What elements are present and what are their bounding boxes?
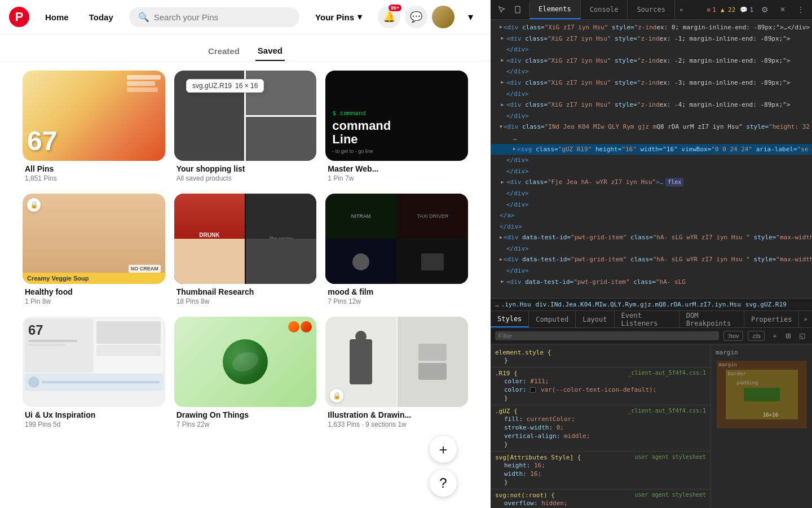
dom-line-selected[interactable]: ▶ <svg class="gUZ R19" height="16" width… [491, 144, 812, 155]
tab-saved[interactable]: Saved [255, 41, 285, 61]
add-style-button[interactable]: ＋ [769, 330, 780, 341]
dom-line[interactable]: </div> [491, 155, 812, 166]
tree-toggle[interactable]: ▶ [500, 80, 505, 86]
dom-line[interactable]: ▶ <div class="XiG zI7 iyn Hsu" style="z-… [491, 55, 812, 67]
styles-filter-input[interactable] [495, 331, 719, 340]
pin-card[interactable]: 🔒 Illustration & Drawin... 1,633 Pins · … [325, 317, 468, 431]
dom-line[interactable]: </div> [491, 221, 812, 233]
css-property[interactable]: vertical-align: middle; [495, 432, 706, 440]
css-property[interactable]: } [495, 356, 706, 365]
dom-line[interactable]: </div> [491, 199, 812, 211]
tree-toggle[interactable]: ▼ [500, 124, 502, 130]
devtools-tabs: Elements Console Sources » [529, 0, 688, 19]
tree-toggle[interactable]: ▶ [500, 36, 505, 41]
devtools-panel: Elements Console Sources » ⊘ 1 ▲ 22 💬 1 … [491, 0, 812, 508]
search-input[interactable] [154, 12, 290, 22]
dom-line[interactable]: ▶ <div data-test-id="pwt-grid-item" clas… [491, 232, 812, 243]
pin-card[interactable]: 🔒 DRUNKPARASITE film poster Thumbnail Re… [174, 194, 317, 308]
device-toggle-button[interactable] [511, 3, 524, 16]
breadcrumb-item[interactable]: .iyn.Hsu [501, 301, 531, 308]
pin-subtitle: 1,851 Pins [25, 174, 163, 182]
dom-line[interactable]: … [491, 133, 812, 144]
css-property[interactable]: width: 16; [495, 470, 706, 478]
more-bottom-tabs[interactable]: » [799, 316, 812, 323]
pin-card[interactable]: $ command commandLine - to get to - go l… [325, 71, 468, 185]
dom-line[interactable]: ▶ <div class="XiG zI7 iyn Hsu" style="z-… [491, 33, 812, 45]
tab-styles[interactable]: Styles [491, 311, 529, 327]
today-nav-link[interactable]: Today [80, 8, 122, 27]
dom-line[interactable]: ▶ <div class="XiG zI7 iyn Hsu" style="z-… [491, 22, 812, 33]
pin-card[interactable]: 67 All Pins 1,851 Pins [23, 71, 165, 185]
styles-left: element.style { } .R19 { _client-aut_5f4… [491, 344, 710, 508]
more-options-button[interactable]: ⋮ [794, 3, 807, 16]
avatar[interactable] [432, 6, 454, 28]
css-property[interactable]: } [495, 394, 706, 402]
dom-line[interactable]: </a> [491, 210, 812, 221]
tree-toggle[interactable]: ▶ [500, 235, 502, 240]
dom-line[interactable]: ▶ <div data-test-id="pwt-grid-item" clas… [491, 254, 812, 265]
dom-line[interactable]: </div> [491, 89, 812, 100]
dom-line[interactable]: ▶ <div data-test-id="pwt-grid-item" clas… [491, 277, 812, 288]
tree-toggle[interactable]: ▶ [500, 25, 502, 30]
pin-card[interactable]: 67 Ui & Ux Inspiration 199 P [23, 317, 165, 431]
tree-toggle[interactable]: ▶ [500, 257, 502, 262]
add-button[interactable]: ＋ [430, 436, 457, 463]
tab-properties[interactable]: Properties [744, 311, 799, 327]
tab-console[interactable]: Console [581, 0, 628, 19]
cls-button[interactable]: .cls [748, 331, 765, 341]
dom-line[interactable]: </div> [491, 44, 812, 55]
tree-toggle[interactable]: ▶ [500, 58, 505, 64]
pinterest-logo[interactable]: P [9, 7, 29, 27]
style-icon-2[interactable]: ◱ [796, 330, 807, 341]
pin-card[interactable]: 🔒 Creamy Veggie Soup NO CREAM Healthy fo… [23, 194, 165, 308]
tree-toggle[interactable]: ▶ [500, 102, 505, 108]
tree-toggle[interactable]: ▶ [500, 279, 505, 284]
css-property[interactable]: } [495, 478, 706, 487]
dom-line[interactable]: ▶ <div class="Fje Jea hA- wYR zI7 iyn Hs… [491, 177, 812, 188]
dom-line[interactable]: ▼ <div class="INd Jea K04 MIw QLY Rym gj… [491, 121, 812, 133]
css-property[interactable]: overflow: hidden; [495, 499, 706, 507]
color-chip[interactable] [530, 387, 536, 393]
tab-event-listeners[interactable]: Event Listeners [615, 311, 679, 327]
pin-info: Illustration & Drawin... 1,633 Pins · 9 … [325, 407, 468, 431]
more-tabs-button[interactable]: » [675, 0, 688, 19]
hover-state-button[interactable]: :hov [723, 331, 743, 341]
css-property[interactable]: height: 16; [495, 461, 706, 470]
notifications-button[interactable]: 🔔 99+ [378, 6, 400, 28]
tree-toggle[interactable]: ▶ [513, 146, 516, 152]
close-button[interactable]: ✕ [776, 3, 789, 16]
dom-line[interactable]: </div> [491, 243, 812, 255]
tab-created[interactable]: Created [206, 41, 242, 61]
dom-line[interactable]: </div> [491, 188, 812, 199]
css-property[interactable]: fill: currentColor; [495, 415, 706, 423]
dom-line[interactable]: </div> [491, 166, 812, 177]
tab-layout[interactable]: Layout [576, 311, 614, 327]
style-icon-1[interactable]: ⊞ [783, 330, 794, 341]
css-property[interactable]: color: var(--color-text-icon-default); [495, 386, 706, 394]
breadcrumb-item[interactable]: svg.gUZ.R19 [745, 301, 787, 308]
tab-elements[interactable]: Elements [529, 0, 581, 19]
home-nav-link[interactable]: Home [36, 8, 78, 27]
messages-button[interactable]: 💬 [405, 6, 427, 28]
css-property[interactable]: stroke-width: 0; [495, 423, 706, 432]
pin-title: Your shopping list [176, 164, 315, 173]
breadcrumb-item[interactable]: div.INd.Jea.K04.MIw.QLY.Rym.gjz.mQ8.rDA.… [536, 301, 741, 308]
css-property[interactable]: color: #111; [495, 377, 706, 386]
inspect-element-button[interactable] [495, 3, 509, 16]
account-chevron-button[interactable]: ▾ [459, 6, 482, 28]
dom-line[interactable]: </div> [491, 111, 812, 122]
css-property[interactable]: } [495, 440, 706, 449]
dom-line[interactable]: ▶ <div class="XiG zI7 iyn Hsu" style="z-… [491, 99, 812, 111]
tree-toggle[interactable]: ▶ [500, 179, 505, 185]
pin-card[interactable]: NITRAM TAXI DRIVER mood & film 7 Pins 12… [325, 194, 468, 308]
dom-line[interactable]: </div> [491, 66, 812, 77]
tab-computed[interactable]: Computed [529, 311, 576, 327]
settings-button[interactable]: ⚙ [758, 3, 771, 16]
dom-line[interactable]: ▶ <div class="XiG zI7 iyn Hsu" style="z-… [491, 77, 812, 89]
your-pins-button[interactable]: Your Pins ▾ [306, 7, 371, 27]
tab-sources[interactable]: Sources [628, 0, 675, 19]
tab-dom-breakpoints[interactable]: DOM Breakpoints [679, 311, 744, 327]
pin-card[interactable]: Drawing On Things 7 Pins 22w [174, 317, 317, 431]
help-button[interactable]: ? [430, 470, 457, 497]
dom-line[interactable]: </div> [491, 265, 812, 277]
